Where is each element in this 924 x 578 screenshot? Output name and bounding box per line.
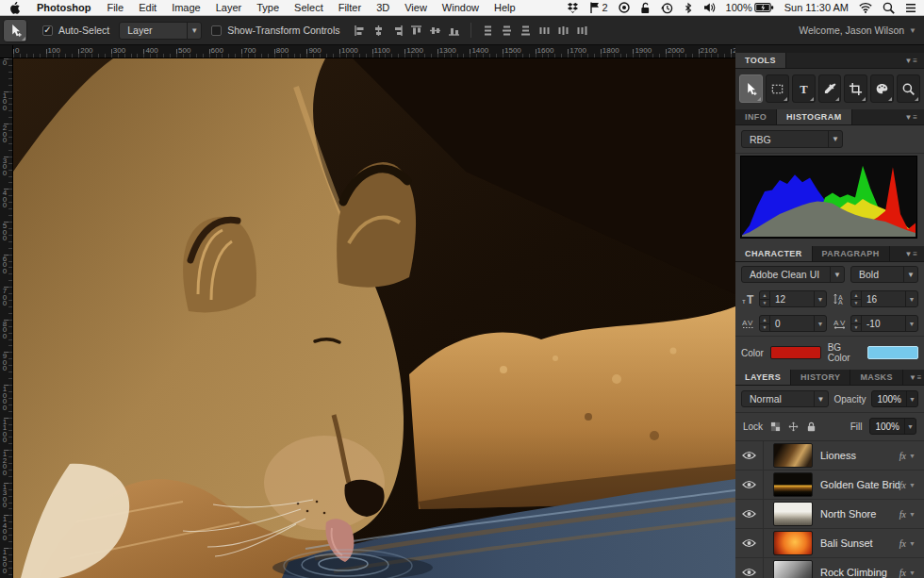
stepper-arrows[interactable]: ▲▼ (760, 291, 770, 306)
layer-fx-badge[interactable]: fx▼ (899, 538, 924, 549)
menu-help[interactable]: Help (487, 2, 523, 13)
lock-open-icon[interactable] (640, 2, 651, 14)
layer-name[interactable]: Bali Sunset (820, 537, 899, 549)
layer-thumbnail[interactable] (773, 560, 813, 578)
wifi-icon[interactable] (859, 2, 872, 13)
menubar-clock[interactable]: Sun 11:30 AM (784, 2, 849, 13)
layer-fx-badge[interactable]: fx▼ (899, 451, 924, 461)
layer-fx-badge[interactable]: fx▼ (899, 568, 924, 578)
dist-top-icon[interactable] (482, 25, 494, 37)
histogram-channel-dropdown[interactable]: RBG ▼ (741, 130, 843, 148)
character-tab-character[interactable]: CHARACTER (735, 246, 813, 261)
zoom-tool-button[interactable] (897, 74, 920, 103)
character-tab-paragraph[interactable]: PARAGRAPH (813, 246, 890, 261)
auto-select-target-dropdown[interactable]: Layer ▼ (119, 22, 202, 40)
notification-list-icon[interactable] (905, 3, 916, 13)
dist-right-icon[interactable] (576, 25, 588, 37)
stepper-arrows[interactable]: ▲▼ (851, 316, 862, 331)
stepper-arrows[interactable]: ▲▼ (760, 316, 770, 331)
align-bottom-icon[interactable] (448, 25, 460, 37)
font-family-dropdown[interactable]: Adobe Clean UI ▼ (741, 266, 845, 283)
battery-indicator[interactable]: 100% (726, 2, 774, 13)
lock-all-icon[interactable] (806, 421, 817, 432)
layer-visibility-eye-icon[interactable] (735, 500, 764, 528)
align-middle-icon[interactable] (429, 25, 441, 37)
menu-filter[interactable]: Filter (331, 2, 369, 13)
blend-mode-dropdown[interactable]: Normal ▼ (741, 390, 829, 407)
auto-select-checkbox[interactable]: ✓ Auto-Select (42, 25, 109, 36)
panel-menu-icon[interactable]: ▼≡ (899, 109, 924, 124)
menu-edit[interactable]: Edit (131, 2, 164, 13)
palette-tool-button[interactable] (870, 74, 894, 103)
histogram-tab-info[interactable]: INFO (735, 109, 777, 124)
apple-menu-icon[interactable] (8, 2, 28, 14)
layer-name[interactable]: Lioness (820, 450, 899, 461)
menu-select[interactable]: Select (287, 2, 331, 13)
time-machine-icon[interactable] (661, 2, 673, 14)
volume-icon[interactable] (703, 2, 716, 13)
type-tool-button[interactable]: T (792, 74, 816, 103)
opacity-field[interactable]: 100% ▼ (871, 390, 918, 407)
layer-visibility-eye-icon[interactable] (735, 441, 764, 470)
tracking-field[interactable]: ▲▼ -10 ▼ (850, 315, 918, 332)
layer-name[interactable]: North Shore (820, 508, 899, 520)
panel-menu-icon[interactable]: ▼≡ (903, 370, 924, 385)
dist-bottom-icon[interactable] (520, 25, 532, 37)
dist-middle-icon[interactable] (501, 25, 513, 37)
menu-layer[interactable]: Layer (208, 2, 250, 13)
app-menu-photoshop[interactable]: Photoshop (28, 2, 99, 13)
kerning-field[interactable]: ▲▼ 0 ▼ (759, 315, 827, 332)
spotlight-search-icon[interactable] (883, 2, 895, 14)
menu-type[interactable]: Type (249, 2, 287, 13)
menu-window[interactable]: Window (435, 2, 487, 13)
layer-name[interactable]: Rock Climbing (820, 567, 899, 578)
dropbox-icon[interactable] (567, 2, 579, 14)
menu-3d[interactable]: 3D (369, 2, 397, 13)
lock-position-icon[interactable] (788, 421, 799, 432)
show-transform-checkbox[interactable]: Show-Transform Controls (211, 25, 339, 36)
swirl-icon[interactable] (619, 2, 630, 13)
layer-visibility-eye-icon[interactable] (735, 471, 764, 499)
layers-tab-history[interactable]: HISTORY (791, 370, 850, 385)
layer-name[interactable]: Golden Gate Bridge (820, 479, 899, 490)
layers-tab-layers[interactable]: LAYERS (735, 370, 791, 385)
histogram-tab-histogram[interactable]: HISTOGRAM (777, 109, 851, 124)
layer-thumbnail[interactable] (773, 502, 813, 526)
flag-badge-icon[interactable]: 2 (589, 2, 607, 13)
layer-thumbnail[interactable] (773, 531, 813, 555)
layer-visibility-eye-icon[interactable] (735, 558, 764, 578)
eyedropper-tool-button[interactable] (818, 74, 842, 103)
background-color-swatch[interactable] (867, 346, 918, 359)
layer-fx-badge[interactable]: fx▼ (899, 480, 924, 490)
bluetooth-icon[interactable] (684, 2, 693, 14)
fill-field[interactable]: 100% ▼ (869, 418, 916, 435)
font-style-dropdown[interactable]: Bold ▼ (850, 266, 918, 283)
layer-row[interactable]: Bali Sunset fx▼ (735, 529, 924, 558)
dist-left-icon[interactable] (538, 25, 551, 37)
move-tool-button[interactable] (739, 74, 763, 103)
leading-field[interactable]: ▲▼ 16 ▼ (850, 290, 918, 307)
layer-thumbnail[interactable] (773, 472, 813, 497)
marquee-tool-button[interactable] (766, 74, 789, 103)
lock-transparency-icon[interactable] (770, 421, 781, 432)
welcome-user-menu[interactable]: Welcome, Jason Wilson ▼ (799, 25, 916, 36)
menu-file[interactable]: File (99, 2, 131, 13)
align-left-icon[interactable] (354, 25, 366, 37)
layer-fx-badge[interactable]: fx▼ (899, 509, 924, 520)
current-tool-button[interactable] (3, 19, 27, 42)
crop-tool-button[interactable] (844, 74, 867, 103)
document-canvas-lioness-photo[interactable] (13, 58, 735, 578)
layer-row[interactable]: Rock Climbing fx▼ (735, 558, 924, 578)
foreground-color-swatch[interactable] (770, 346, 821, 359)
panel-menu-icon[interactable]: ▼≡ (899, 53, 924, 68)
menu-view[interactable]: View (397, 2, 435, 13)
align-center-h-icon[interactable] (372, 25, 385, 37)
panel-menu-icon[interactable]: ▼≡ (899, 246, 924, 261)
align-right-icon[interactable] (391, 25, 404, 37)
menu-image[interactable]: Image (164, 2, 208, 13)
layer-row[interactable]: Golden Gate Bridge fx▼ (735, 471, 924, 500)
dist-center-icon[interactable] (557, 25, 569, 37)
layer-row[interactable]: North Shore fx▼ (735, 500, 924, 529)
align-top-icon[interactable] (410, 25, 422, 37)
vertical-ruler[interactable]: 0100200300400500600700800900100011001200… (0, 58, 13, 578)
